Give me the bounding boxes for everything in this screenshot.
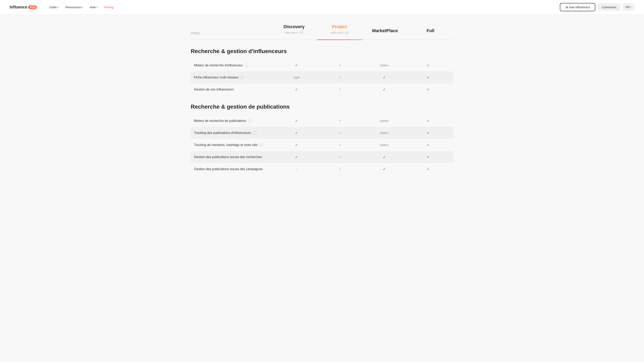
plan-col-full: Full xyxy=(408,28,453,37)
logo-badge: 4You xyxy=(28,5,37,9)
info-icon[interactable]: i xyxy=(240,76,244,79)
check-icon: ✓ xyxy=(295,131,298,135)
check-icon: ✓ xyxy=(339,63,342,67)
info-icon[interactable]: i xyxy=(245,63,248,67)
check-icon: ✓ xyxy=(427,155,430,159)
feature-cell-marketplace: Option xyxy=(362,63,406,67)
info-icon[interactable]: i xyxy=(260,143,263,147)
feature-name: Fiche influenceur multi réseaux i xyxy=(194,76,274,79)
feature-cell-discovery: Light xyxy=(274,76,318,79)
feature-name: Gestion de vos influenceurs xyxy=(194,88,274,91)
check-icon: ✓ xyxy=(339,131,342,135)
plan-dividers xyxy=(191,39,453,40)
check-icon: ✓ xyxy=(383,155,386,159)
check-icon: ✓ xyxy=(295,155,298,159)
connexion-button[interactable]: Connexion xyxy=(598,3,620,11)
feature-row-gestion-publications-campagnes: Gestion des publications issues des camp… xyxy=(191,163,453,175)
feature-cell-discovery: – xyxy=(274,167,318,171)
check-icon: ✓ xyxy=(295,87,298,91)
feature-cell-discovery: ✓ xyxy=(274,63,318,67)
feature-row-moteur-recherche: Moteur de recherche d'influenceur i ✓ ✓ … xyxy=(191,59,453,71)
feature-cell-marketplace: ✓ xyxy=(362,75,406,80)
influencer-button[interactable]: Je suis influenceur xyxy=(560,3,595,11)
feature-cell-project: ✓ xyxy=(318,119,362,123)
feature-cell-discovery: ✓ xyxy=(274,119,318,123)
feature-row-moteur-publications: Moteur de recherche de publications i ✓ … xyxy=(191,115,453,127)
navbar-actions: Je suis influenceur Connexion FR ▾ xyxy=(560,3,634,11)
feature-name: Tracking des publications d'influenceurs… xyxy=(194,131,274,135)
chevron-down-icon: ▾ xyxy=(82,6,83,8)
feature-name: Gestion des publications issues des camp… xyxy=(194,167,274,171)
check-icon: ✓ xyxy=(427,167,430,171)
info-icon[interactable]: i xyxy=(248,119,252,123)
check-icon: ✓ xyxy=(339,119,342,123)
feature-name: Moteur de recherche de publications i xyxy=(194,119,274,123)
feature-cell-full: ✓ xyxy=(406,131,450,135)
check-icon: ✓ xyxy=(427,87,430,91)
feature-cell-project: ✓ xyxy=(318,143,362,147)
plans-header: Plans Discovery vidéo démo ▶ Project vid… xyxy=(191,24,453,39)
plan-demo-discovery[interactable]: vidéo démo ▶ xyxy=(271,30,317,34)
check-icon: ✓ xyxy=(427,143,430,147)
feature-cell-marketplace: ✓ xyxy=(362,167,406,171)
check-icon: ✓ xyxy=(427,63,430,67)
info-icon[interactable]: i xyxy=(253,131,256,135)
check-icon: ✓ xyxy=(295,63,298,67)
play-icon: ▶ xyxy=(345,30,349,34)
feature-cell-discovery: ✓ xyxy=(274,155,318,159)
feature-cell-marketplace: Option xyxy=(362,131,406,135)
feature-cell-full: ✓ xyxy=(406,167,450,171)
feature-cell-full: ✓ xyxy=(406,155,450,159)
chevron-down-icon: ▾ xyxy=(58,6,59,8)
check-icon: ✓ xyxy=(339,143,342,147)
plan-col-discovery: Discovery vidéo démo ▶ xyxy=(271,24,317,37)
feature-cell-project: ✓ xyxy=(318,167,362,171)
check-icon: ✓ xyxy=(427,75,430,79)
feature-cell-project: ✓ xyxy=(318,155,362,159)
plan-col-project: Project vidéo démo ▶ xyxy=(317,24,362,37)
plan-name-discovery: Discovery xyxy=(271,24,317,29)
feature-cell-marketplace: Option xyxy=(362,119,406,123)
feature-cell-marketplace: ✓ xyxy=(362,155,406,159)
feature-cell-discovery: ✓ xyxy=(274,87,318,92)
check-icon: ✓ xyxy=(383,75,386,79)
feature-cell-marketplace: Option xyxy=(362,143,406,147)
feature-cell-marketplace: ✓ xyxy=(362,87,406,92)
check-icon: ✓ xyxy=(427,131,430,135)
feature-cell-discovery: ✓ xyxy=(274,143,318,147)
check-icon: ✓ xyxy=(427,119,430,123)
chevron-down-icon: ▾ xyxy=(96,6,98,8)
language-selector[interactable]: FR ▾ xyxy=(623,3,634,11)
nav-menu: Outils ▾ Ressources ▾ Aide ▾ Pricing xyxy=(47,4,560,10)
feature-cell-full: ✓ xyxy=(406,143,450,147)
feature-name: Tracking de mentions, hashtags et mots c… xyxy=(194,143,274,147)
main-content: Plans Discovery vidéo démo ▶ Project vid… xyxy=(181,14,463,191)
navbar: Influence 4You Outils ▾ Ressources ▾ Aid… xyxy=(0,0,644,14)
plan-name-project: Project xyxy=(317,24,362,29)
nav-item-ressources[interactable]: Ressources ▾ xyxy=(63,4,86,10)
feature-cell-full: ✓ xyxy=(406,75,450,80)
feature-row-tracking-mentions: Tracking de mentions, hashtags et mots c… xyxy=(191,139,453,151)
check-icon: ✓ xyxy=(339,155,342,159)
check-icon: ✓ xyxy=(295,143,298,147)
section-title-influenceurs: Recherche & gestion d'influenceurs xyxy=(191,48,453,54)
feature-cell-discovery: ✓ xyxy=(274,131,318,135)
nav-item-pricing[interactable]: Pricing xyxy=(102,4,116,10)
plans-label: Plans xyxy=(191,31,271,37)
section-title-publications: Recherche & gestion de publications xyxy=(191,104,453,110)
play-icon: ▶ xyxy=(300,30,304,34)
nav-item-outils[interactable]: Outils ▾ xyxy=(47,4,61,10)
feature-cell-full: ✓ xyxy=(406,87,450,92)
check-icon: ✓ xyxy=(339,75,342,79)
check-icon: ✓ xyxy=(339,167,342,171)
plan-demo-project[interactable]: vidéo démo ▶ xyxy=(317,30,362,34)
check-icon: ✓ xyxy=(383,87,386,91)
feature-cell-project: ✓ xyxy=(318,87,362,92)
logo-text: Influence xyxy=(10,5,27,9)
check-icon: ✓ xyxy=(383,167,386,171)
logo[interactable]: Influence 4You xyxy=(10,5,37,9)
check-icon: ✓ xyxy=(295,119,298,123)
plan-name-marketplace: MarketPlace xyxy=(362,28,408,33)
nav-item-aide[interactable]: Aide ▾ xyxy=(87,4,100,10)
feature-name: Moteur de recherche d'influenceur i xyxy=(194,63,274,67)
